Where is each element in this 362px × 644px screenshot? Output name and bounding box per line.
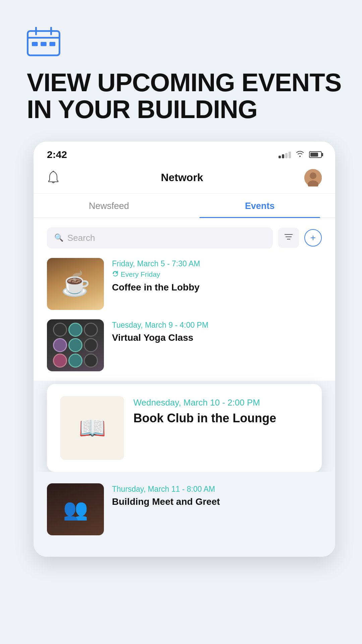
event-info-meetgreet: Thursday, March 11 - 8:00 AM Building Me…	[112, 483, 322, 508]
event-image-bookclub	[60, 396, 124, 460]
recurrence-icon	[112, 270, 119, 279]
event-item-yoga[interactable]: Tuesday, March 9 - 4:00 PM Virtual Yoga …	[47, 319, 322, 371]
event-title-meetgreet: Building Meet and Greet	[112, 496, 322, 508]
svg-rect-6	[50, 42, 56, 46]
event-card-bookclub[interactable]: Wednesday, March 10 - 2:00 PM Book Club …	[47, 384, 322, 472]
event-title-coffee: Coffee in the Lobby	[112, 281, 322, 293]
signal-icon	[279, 151, 291, 158]
lower-events: Thursday, March 11 - 8:00 AM Building Me…	[34, 472, 335, 557]
event-item-coffee[interactable]: Friday, March 5 - 7:30 AM Every Friday C…	[47, 258, 322, 310]
svg-rect-4	[32, 42, 38, 46]
avatar[interactable]	[304, 169, 322, 186]
battery-icon	[309, 151, 322, 158]
search-input-wrap[interactable]: 🔍 Search	[47, 227, 273, 249]
events-content: 🔍 Search +	[34, 218, 335, 371]
event-title-bookclub: Book Club in the Lounge	[133, 411, 308, 426]
svg-rect-5	[41, 42, 47, 46]
phone-mockup: 2:42	[34, 142, 335, 557]
filter-icon	[284, 233, 293, 243]
svg-point-9	[310, 172, 316, 179]
event-date-coffee: Friday, March 5 - 7:30 AM	[112, 259, 322, 268]
event-info-coffee: Friday, March 5 - 7:30 AM Every Friday C…	[112, 258, 322, 293]
event-image-yoga	[47, 319, 104, 371]
page-wrapper: VIEW UPCOMING EVENTS IN YOUR BUILDING 2:…	[0, 0, 362, 644]
tab-newsfeed[interactable]: Newsfeed	[34, 194, 184, 217]
filter-button[interactable]	[278, 228, 299, 248]
svg-point-7	[53, 171, 54, 172]
event-image-coffee	[47, 258, 104, 310]
status-time: 2:42	[47, 149, 67, 160]
event-title-yoga: Virtual Yoga Class	[112, 332, 322, 344]
calendar-icon	[27, 27, 342, 58]
search-bar: 🔍 Search +	[47, 227, 322, 249]
search-placeholder: Search	[67, 233, 95, 243]
tabs: Newsfeed Events	[34, 194, 335, 218]
status-icons	[279, 150, 322, 159]
page-headline: VIEW UPCOMING EVENTS IN YOUR BUILDING	[27, 69, 342, 123]
app-title: Network	[161, 171, 203, 184]
event-info-bookclub: Wednesday, March 10 - 2:00 PM Book Club …	[133, 396, 308, 426]
event-info-yoga: Tuesday, March 9 - 4:00 PM Virtual Yoga …	[112, 319, 322, 344]
search-icon: 🔍	[54, 233, 63, 242]
status-bar: 2:42	[34, 142, 335, 164]
event-recurrence-coffee: Every Friday	[112, 270, 322, 279]
add-event-button[interactable]: +	[304, 229, 322, 247]
event-date-bookclub: Wednesday, March 10 - 2:00 PM	[133, 397, 308, 408]
app-header: Network	[34, 164, 335, 194]
tab-events[interactable]: Events	[184, 194, 335, 217]
bell-icon[interactable]	[47, 170, 60, 185]
event-date-yoga: Tuesday, March 9 - 4:00 PM	[112, 321, 322, 330]
event-item-meetgreet[interactable]: Thursday, March 11 - 8:00 AM Building Me…	[47, 475, 322, 543]
wifi-icon	[296, 150, 304, 159]
event-date-meetgreet: Thursday, March 11 - 8:00 AM	[112, 485, 322, 494]
highlighted-section: Wednesday, March 10 - 2:00 PM Book Club …	[34, 381, 335, 472]
event-image-meetgreet	[47, 483, 104, 535]
